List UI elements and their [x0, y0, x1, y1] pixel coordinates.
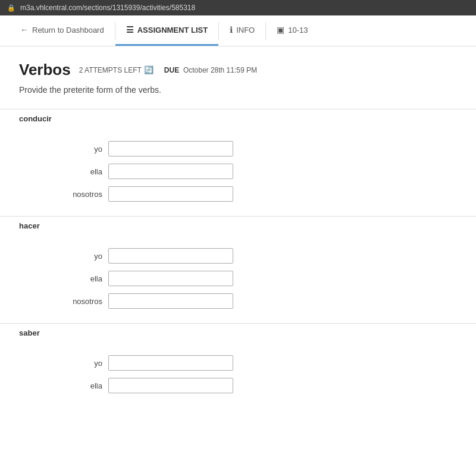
- verb-section-hacer: haceryoellanosotros: [19, 216, 457, 318]
- pronoun-label-conducir-nosotros: nosotros: [67, 190, 102, 199]
- form-row: yo: [67, 248, 457, 264]
- pages-icon: ▣: [277, 25, 284, 35]
- input-saber-ella[interactable]: [108, 378, 233, 393]
- input-hacer-yo[interactable]: [108, 248, 233, 264]
- verb-section-saber: saberyoella: [19, 323, 457, 403]
- input-hacer-ella[interactable]: [108, 271, 233, 286]
- info-icon: ℹ: [230, 25, 233, 35]
- form-row: yo: [67, 141, 457, 156]
- return-label: Return to Dashboard: [32, 26, 104, 35]
- verb-section-conducir: conduciryoellanosotros: [19, 109, 457, 211]
- browser-bar: 🔒 m3a.vhlcentral.com/sections/1315939/ac…: [0, 0, 476, 15]
- nav-bar: ← Return to Dashboard ☰ ASSIGNMENT LIST …: [0, 15, 476, 46]
- browser-url: m3a.vhlcentral.com/sections/1315939/acti…: [20, 4, 195, 12]
- pronoun-label-saber-yo: yo: [67, 359, 102, 368]
- pages-label: 10-13: [288, 26, 308, 35]
- form-row: nosotros: [67, 186, 457, 202]
- form-row: yo: [67, 355, 457, 371]
- info-label: INFO: [236, 26, 255, 35]
- pronoun-label-saber-ella: ella: [67, 381, 102, 390]
- main-content: Verbos 2 ATTEMPTS LEFT 🔄 DUE October 28t…: [0, 46, 476, 476]
- info-tab[interactable]: ℹ INFO: [219, 15, 265, 46]
- pages-tab[interactable]: ▣ 10-13: [266, 15, 318, 46]
- attempts-badge: 2 ATTEMPTS LEFT 🔄: [79, 65, 154, 74]
- verb-forms-conducir: yoellanosotros: [19, 131, 457, 211]
- verb-label-conducir: conducir: [19, 109, 457, 131]
- verb-forms-saber: yoella: [19, 346, 457, 403]
- form-row: nosotros: [67, 293, 457, 309]
- input-conducir-yo[interactable]: [108, 141, 233, 156]
- attempts-text: 2 ATTEMPTS LEFT: [79, 66, 142, 74]
- return-to-dashboard-link[interactable]: ← Return to Dashboard: [10, 15, 115, 46]
- verb-label-saber: saber: [19, 324, 457, 346]
- title-row: Verbos 2 ATTEMPTS LEFT 🔄 DUE October 28t…: [19, 61, 457, 79]
- pronoun-label-hacer-nosotros: nosotros: [67, 297, 102, 306]
- input-saber-yo[interactable]: [108, 355, 233, 371]
- pronoun-label-hacer-yo: yo: [67, 252, 102, 261]
- pronoun-label-conducir-yo: yo: [67, 145, 102, 154]
- pronoun-label-hacer-ella: ella: [67, 274, 102, 283]
- due-text: DUE October 28th 11:59 PM: [164, 66, 257, 74]
- form-row: ella: [67, 164, 457, 179]
- pronoun-label-conducir-ella: ella: [67, 167, 102, 176]
- assignment-list-label: ASSIGNMENT LIST: [137, 26, 208, 35]
- input-conducir-ella[interactable]: [108, 164, 233, 179]
- due-date: October 28th 11:59 PM: [183, 66, 257, 74]
- input-conducir-nosotros[interactable]: [108, 186, 233, 202]
- assignment-list-tab[interactable]: ☰ ASSIGNMENT LIST: [115, 15, 218, 46]
- page-title: Verbos: [19, 61, 71, 79]
- due-label: DUE: [164, 66, 179, 74]
- list-icon: ☰: [126, 25, 134, 35]
- verb-forms-hacer: yoellanosotros: [19, 239, 457, 318]
- verb-label-hacer: hacer: [19, 217, 457, 239]
- form-row: ella: [67, 378, 457, 393]
- lock-icon: 🔒: [7, 4, 15, 12]
- form-row: ella: [67, 271, 457, 286]
- instructions: Provide the preterite form of the verbs.: [19, 85, 457, 95]
- attempts-icon: 🔄: [144, 65, 154, 74]
- input-hacer-nosotros[interactable]: [108, 293, 233, 309]
- arrow-left-icon: ←: [20, 25, 29, 35]
- verb-sections: conduciryoellanosotroshaceryoellanosotro…: [19, 109, 457, 403]
